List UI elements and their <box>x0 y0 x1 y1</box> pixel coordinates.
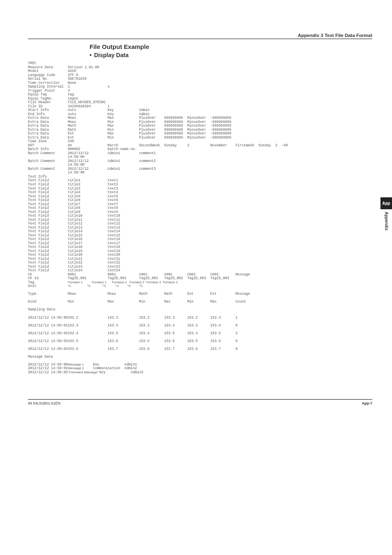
bullet-icon: • <box>90 52 92 58</box>
section-subtitle: •Display Data <box>90 52 372 58</box>
side-tab: App Appendix <box>380 197 392 231</box>
page-footer: IM 04L51B01-01EN App-7 <box>28 399 372 405</box>
subtitle-text: Display Data <box>94 52 129 58</box>
side-tab-long: Appendix <box>384 209 389 231</box>
footer-left: IM 04L51B01-01EN <box>28 401 60 405</box>
section-title: File Output Example <box>90 43 372 50</box>
side-tab-short: App <box>380 197 392 209</box>
file-data-block: YREC Measure Data Version 1.01.00 Model … <box>28 62 372 375</box>
appendix-header: Appendix 3 Text File Data Format <box>28 33 372 39</box>
footer-right: App-7 <box>362 401 373 405</box>
